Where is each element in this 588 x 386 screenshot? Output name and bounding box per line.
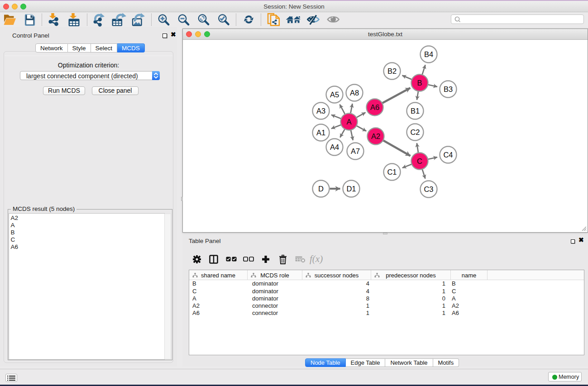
svg-text:A2: A2: [371, 132, 380, 140]
svg-text:B4: B4: [424, 50, 433, 58]
svg-text:B: B: [417, 79, 422, 87]
svg-text:C2: C2: [410, 128, 420, 136]
svg-text:B3: B3: [444, 85, 453, 93]
svg-text:B1: B1: [411, 107, 420, 115]
svg-text:A8: A8: [350, 89, 359, 97]
svg-text:D1: D1: [346, 185, 356, 193]
svg-text:C3: C3: [424, 185, 433, 193]
svg-text:A4: A4: [330, 143, 339, 151]
svg-text:D: D: [318, 185, 324, 193]
svg-text:C: C: [417, 157, 422, 165]
svg-text:A: A: [346, 118, 351, 126]
svg-text:A3: A3: [316, 107, 325, 115]
svg-text:A5: A5: [330, 91, 339, 99]
svg-text:C1: C1: [387, 168, 397, 176]
svg-text:C4: C4: [443, 151, 453, 159]
svg-text:B2: B2: [387, 67, 397, 75]
svg-text:A6: A6: [370, 103, 379, 111]
svg-text:A7: A7: [351, 147, 360, 155]
svg-text:A1: A1: [316, 129, 325, 137]
